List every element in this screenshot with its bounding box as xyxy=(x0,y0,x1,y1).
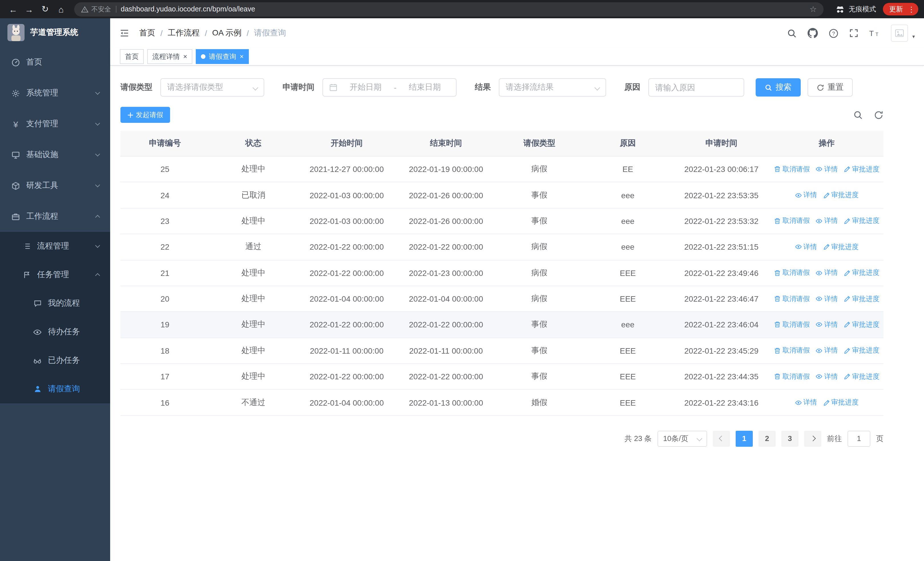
sidebar-item-system[interactable]: 系统管理 xyxy=(0,78,110,108)
cell-apply-time: 2022-01-22 23:43:16 xyxy=(673,390,770,416)
detail-link[interactable]: 详情 xyxy=(816,164,838,174)
approval-progress-link[interactable]: 审批进度 xyxy=(823,242,859,252)
sidebar-item-todo-tasks[interactable]: 待办任务 xyxy=(0,317,110,346)
help-icon[interactable]: ? xyxy=(829,28,838,38)
approval-progress-link[interactable]: 审批进度 xyxy=(843,371,879,381)
approval-progress-link[interactable]: 审批进度 xyxy=(843,216,879,226)
sidebar: 芋道管理系统 首页 系统管理 ¥ 支付管理 xyxy=(0,18,110,561)
fullscreen-icon[interactable] xyxy=(849,29,859,38)
prev-page-button[interactable] xyxy=(713,431,730,447)
breadcrumb-item[interactable]: 工作流程 xyxy=(168,28,200,38)
goto-page-input[interactable] xyxy=(848,431,870,447)
sidebar-menu: 首页 系统管理 ¥ 支付管理 基础设施 xyxy=(0,47,110,403)
column-header: 操作 xyxy=(770,131,884,156)
page-button-3[interactable]: 3 xyxy=(782,431,798,447)
table-body: 25处理中2021-12-27 00:00:002022-01-19 00:00… xyxy=(120,156,884,416)
github-icon[interactable] xyxy=(808,28,818,38)
sidebar-item-devtools[interactable]: 研发工具 xyxy=(0,170,110,201)
reason-input[interactable] xyxy=(648,78,744,96)
cancel-leave-link[interactable]: 取消请假 xyxy=(774,268,810,278)
cell-status: 通过 xyxy=(210,234,297,260)
address-bar[interactable]: 不安全 dashboard.yudao.iocoder.cn/bpm/oa/le… xyxy=(74,2,824,16)
back-icon[interactable]: ← xyxy=(6,2,21,17)
app-logo[interactable]: 芋道管理系统 xyxy=(0,18,110,47)
url-text[interactable]: dashboard.yudao.iocoder.cn/bpm/oa/leave xyxy=(121,5,805,13)
sidebar-item-label: 待办任务 xyxy=(48,327,99,337)
home-icon[interactable]: ⌂ xyxy=(54,2,69,17)
cell-actions: 取消请假详情审批进度 xyxy=(770,260,884,286)
approval-progress-link[interactable]: 审批进度 xyxy=(843,294,879,304)
security-chip[interactable]: 不安全 xyxy=(81,5,111,14)
sidebar-item-payment[interactable]: ¥ 支付管理 xyxy=(0,108,110,139)
cancel-leave-link[interactable]: 取消请假 xyxy=(774,164,810,174)
approval-progress-link[interactable]: 审批进度 xyxy=(843,320,879,329)
detail-link[interactable]: 详情 xyxy=(816,320,838,329)
approval-progress-link[interactable]: 审批进度 xyxy=(843,346,879,356)
glasses-icon xyxy=(33,356,42,365)
cell-start-time: 2022-01-11 00:00:00 xyxy=(297,338,396,364)
update-button[interactable]: 更新 ⋮ xyxy=(883,3,918,15)
search-button[interactable]: 搜索 xyxy=(756,78,801,96)
page-size-select[interactable]: 10条/页 xyxy=(657,431,707,447)
goto-page-suffix: 页 xyxy=(876,434,884,444)
detail-link[interactable]: 详情 xyxy=(816,268,838,278)
table-row: 23处理中2022-01-03 00:00:002022-01-26 00:00… xyxy=(120,208,884,234)
sidebar-item-my-process[interactable]: 我的流程 xyxy=(0,289,110,317)
sidebar-item-task-management[interactable]: 任务管理 xyxy=(0,260,110,289)
svg-text:?: ? xyxy=(832,30,835,36)
create-leave-button[interactable]: 发起请假 xyxy=(120,107,170,123)
result-select[interactable]: 请选择流结果 xyxy=(499,78,606,96)
user-avatar[interactable] xyxy=(891,24,908,42)
cancel-leave-link[interactable]: 取消请假 xyxy=(774,320,810,329)
apply-time-range-picker[interactable]: 开始日期 - 结束日期 xyxy=(322,78,457,96)
page-button-1[interactable]: 1 xyxy=(736,431,753,447)
cell-apply-time: 2022-01-22 23:46:47 xyxy=(673,286,770,312)
refresh-icon[interactable] xyxy=(874,110,884,120)
approval-progress-link[interactable]: 审批进度 xyxy=(823,190,859,200)
reset-button[interactable]: 重置 xyxy=(808,78,853,96)
reload-icon[interactable]: ↻ xyxy=(38,2,52,17)
browser-menu-icon[interactable]: ⋮ xyxy=(907,5,916,14)
approval-progress-link[interactable]: 审批进度 xyxy=(843,268,879,278)
search-icon[interactable] xyxy=(787,28,797,38)
detail-link[interactable]: 详情 xyxy=(795,398,817,407)
tab-close-icon[interactable]: × xyxy=(183,53,187,60)
breadcrumb-item[interactable]: 首页 xyxy=(139,28,155,38)
app-logo-image xyxy=(8,24,24,41)
breadcrumb-item[interactable]: OA 示例 xyxy=(212,28,242,38)
column-header: 申请编号 xyxy=(120,131,210,156)
sidebar-fold-icon[interactable] xyxy=(119,28,129,38)
approval-progress-link[interactable]: 审批进度 xyxy=(823,398,859,407)
sidebar-item-process-management[interactable]: 流程管理 xyxy=(0,232,110,260)
leave-type-select[interactable]: 请选择请假类型 xyxy=(160,78,264,96)
cancel-leave-link[interactable]: 取消请假 xyxy=(774,216,810,226)
sidebar-item-infrastructure[interactable]: 基础设施 xyxy=(0,139,110,170)
forward-icon[interactable]: → xyxy=(22,2,36,17)
sidebar-item-leave-query[interactable]: 请假查询 xyxy=(0,375,110,403)
cell-actions: 取消请假详情审批进度 xyxy=(770,364,884,390)
cancel-leave-link[interactable]: 取消请假 xyxy=(774,371,810,381)
bookmark-star-icon[interactable]: ☆ xyxy=(810,5,817,14)
detail-link[interactable]: 详情 xyxy=(795,242,817,252)
detail-link[interactable]: 详情 xyxy=(816,294,838,304)
next-page-button[interactable] xyxy=(804,431,821,447)
detail-link[interactable]: 详情 xyxy=(816,216,838,226)
sidebar-item-home[interactable]: 首页 xyxy=(0,47,110,78)
font-size-icon[interactable]: TT xyxy=(870,29,880,37)
cancel-leave-link[interactable]: 取消请假 xyxy=(774,346,810,356)
detail-link[interactable]: 详情 xyxy=(816,371,838,381)
toggle-search-icon[interactable] xyxy=(853,110,863,120)
avatar-dropdown-caret-icon[interactable]: ▾ xyxy=(912,34,915,39)
tab-home[interactable]: 首页 xyxy=(120,49,144,64)
tab-leave-query[interactable]: 请假查询 × xyxy=(196,49,249,64)
tab-process-detail[interactable]: 流程详情 × xyxy=(147,49,192,64)
detail-link[interactable]: 详情 xyxy=(795,190,817,200)
cancel-leave-link[interactable]: 取消请假 xyxy=(774,294,810,304)
page-button-2[interactable]: 2 xyxy=(759,431,776,447)
detail-link[interactable]: 详情 xyxy=(816,346,838,356)
sidebar-item-workflow[interactable]: 工作流程 xyxy=(0,201,110,232)
sidebar-item-done-tasks[interactable]: 已办任务 xyxy=(0,346,110,375)
refresh-icon xyxy=(817,84,824,91)
approval-progress-link[interactable]: 审批进度 xyxy=(843,164,879,174)
tab-close-icon[interactable]: × xyxy=(240,53,244,60)
